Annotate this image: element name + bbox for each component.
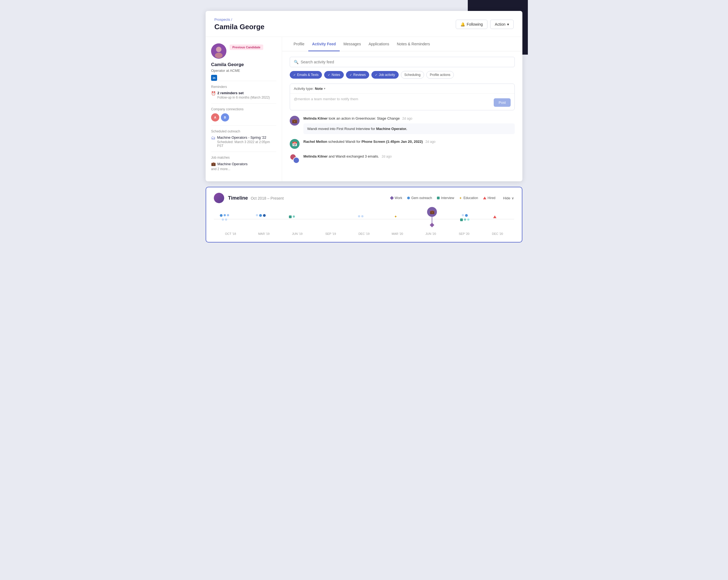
hide-button[interactable]: Hide ∨ — [503, 196, 514, 200]
jun19-dot — [293, 215, 295, 218]
mar19-dots — [256, 214, 266, 217]
chevron-down-icon: ▾ — [507, 22, 509, 26]
label-mar20: MAR '20 — [381, 232, 414, 235]
sep20-square — [460, 218, 463, 221]
action-button[interactable]: Action ▾ — [490, 20, 514, 29]
job-matches-section: Job matches 💼 Machine Operators and 2 mo… — [211, 152, 276, 175]
dec20-triangle — [493, 215, 496, 218]
filter-scheduling-label: Scheduling — [405, 73, 420, 77]
feed-actor-3: Melinda Kilner — [303, 154, 328, 158]
job-name[interactable]: Machine Operators — [217, 162, 248, 166]
timeline-range: Oct 2018 – Present — [251, 196, 284, 201]
timeline-card: Timeline Oct 2018 – Present Work Gem out… — [206, 187, 522, 242]
hired-triangle — [493, 215, 496, 218]
filter-notes[interactable]: ✓ Notes — [324, 71, 343, 79]
tab-notes-reminders[interactable]: Notes & Reminders — [393, 37, 434, 51]
action-label: Action — [495, 22, 505, 26]
legend-work-label: Work — [395, 196, 402, 200]
note-placeholder: @mention a team member to notify them — [294, 97, 358, 101]
candidate-header: Previous Candidate — [211, 44, 276, 59]
job-matches-title: Job matches — [211, 156, 276, 159]
dec19-dot2 — [361, 215, 363, 217]
label-dec19: DEC '19 — [347, 232, 381, 235]
check-icon-notes: ✓ — [328, 73, 330, 77]
legend-education-label: Education — [463, 196, 478, 200]
search-input[interactable] — [301, 60, 511, 64]
timeline-header: Timeline Oct 2018 – Present Work Gem out… — [214, 193, 514, 203]
linkedin-button[interactable]: in — [211, 75, 217, 81]
legend-education: ✦ Education — [459, 196, 478, 200]
check-icon-job-activity: ✓ — [375, 73, 378, 77]
timeline-labels: OCT '18 MAR '19 JUN '19 SEP '19 DEC '19 … — [214, 232, 514, 235]
label-dec20: DEC '20 — [481, 232, 514, 235]
reminders-title: Reminders — [211, 85, 276, 89]
timeline-title: Timeline — [228, 195, 248, 201]
reminder-count: 2 reminders set — [217, 91, 270, 95]
filter-job-activity-label: Job activity — [379, 73, 395, 77]
search-icon: 🔍 — [294, 60, 298, 64]
hired-badge-icon: 💼 — [427, 207, 437, 217]
outreach-name[interactable]: Machine Operators - Spring '22 — [217, 135, 276, 139]
feed-icon-briefcase: 💼 — [290, 116, 300, 126]
hired-triangle-icon — [483, 196, 486, 199]
hide-label: Hide — [503, 196, 510, 200]
filter-profile-actions[interactable]: Profile actions — [426, 71, 454, 79]
connection-avatar-1[interactable]: A — [211, 113, 219, 122]
check-icon-reviews: ✓ — [349, 73, 352, 77]
note-composer-body[interactable]: @mention a team member to notify them Po… — [290, 94, 515, 110]
filter-profile-actions-label: Profile actions — [430, 73, 450, 77]
label-sep20: SEP '20 — [447, 232, 481, 235]
dropdown-arrow-icon: ▾ — [324, 87, 326, 90]
more-link[interactable]: and 2 more... — [211, 167, 276, 171]
feed-content: 🔍 ✓ Emails & Texts ✓ Notes — [282, 51, 522, 174]
company-connections-section: Company connections A B — [211, 103, 276, 125]
sep20-dot1 — [462, 214, 464, 216]
tab-profile[interactable]: Profile — [290, 37, 308, 51]
jun19-square — [289, 215, 292, 218]
feed-item-2-text: Rachel Mellon scheduled Wandi for Phone … — [303, 139, 515, 144]
activity-type-label: Activity type: — [294, 86, 314, 91]
avatar — [211, 44, 226, 59]
feed-icon-calendar: 📅 — [290, 139, 300, 149]
breadcrumb[interactable]: Prospects / — [214, 18, 265, 22]
tab-messages[interactable]: Messages — [340, 37, 365, 51]
activity-type-value[interactable]: Note — [315, 86, 323, 91]
note-composer: Activity type: Note ▾ @mention a team me… — [290, 84, 515, 110]
filter-scheduling[interactable]: Scheduling — [401, 71, 424, 79]
filter-emails-texts-label: Emails & Texts — [297, 73, 318, 77]
reminder-row: ⏰ 2 reminders set Follow-up in 6 months … — [211, 91, 276, 99]
connection-avatar-2[interactable]: B — [221, 113, 229, 122]
legend-hired-label: Hired — [488, 196, 496, 200]
previous-candidate-badge: Previous Candidate — [230, 45, 263, 50]
filter-notes-label: Notes — [332, 73, 340, 77]
sep20-teal2 — [467, 218, 469, 221]
timeline-avatar — [214, 193, 224, 203]
oct18-dot3 — [227, 214, 229, 216]
tab-applications[interactable]: Applications — [365, 37, 393, 51]
filter-reviews[interactable]: ✓ Reviews — [346, 71, 369, 79]
hired-diamond-icon — [430, 223, 435, 228]
main-content: Profile Activity Feed Messages Applicati… — [282, 37, 522, 181]
filter-job-activity[interactable]: ✓ Job activity — [371, 71, 398, 79]
feed-item-3-content: Melinda Kilner and Wandi exchanged 3 ema… — [303, 154, 515, 159]
post-button[interactable]: Post — [494, 98, 511, 107]
chevron-down-icon: ∨ — [512, 196, 514, 200]
tab-activity-feed[interactable]: Activity Feed — [308, 37, 340, 51]
scheduled-outreach-title: Scheduled outreach — [211, 129, 276, 133]
dec19-dots — [358, 215, 363, 217]
following-button[interactable]: 🔔 Following — [456, 20, 488, 29]
label-mar19: MAR '19 — [247, 232, 281, 235]
feed-action-2: scheduled Wandi for Phone Screen (1:45pm… — [328, 139, 423, 143]
jun20-hired: 💼 — [427, 207, 437, 227]
feed-action-1: took an action in Greenhouse: Stage Chan… — [329, 116, 399, 121]
outreach-info: Machine Operators - Spring '22 Scheduled… — [217, 135, 276, 148]
feed-item-3-text: Melinda Kilner and Wandi exchanged 3 ema… — [303, 154, 515, 159]
filter-emails-texts[interactable]: ✓ Emails & Texts — [290, 71, 322, 79]
feed-item-emails: Melinda Kilner and Wandi exchanged 3 ema… — [290, 154, 515, 164]
legend-interview: Interview — [437, 196, 454, 200]
sep20-dot2 — [465, 214, 468, 217]
feed-item-2-content: Rachel Mellon scheduled Wandi for Phone … — [303, 139, 515, 144]
sidebar: Previous Candidate Camila George Operato… — [206, 37, 282, 181]
breadcrumb-title: Prospects / Camila George — [214, 18, 265, 31]
candidate-name: Camila George — [211, 62, 276, 68]
